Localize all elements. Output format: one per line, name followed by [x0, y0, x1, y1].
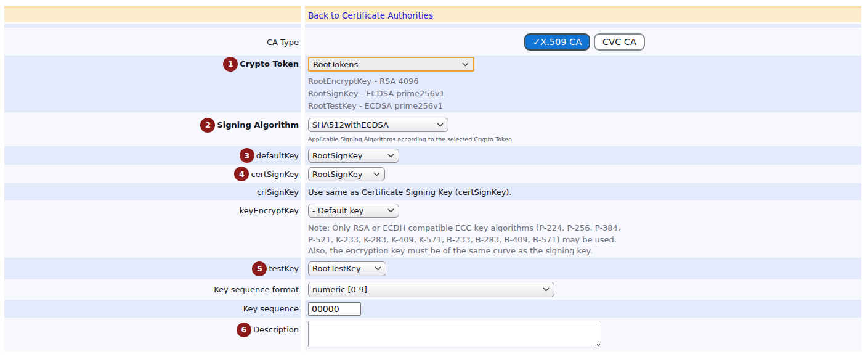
chevron-down-icon	[387, 154, 394, 158]
ca-type-label: CA Type	[267, 38, 299, 47]
key-encrypt-key-note: Note: Only RSA or ECDH compatible ECC ke…	[308, 223, 620, 257]
ca-edit-form: Back to Certificate Authorities CA Type …	[4, 6, 861, 352]
signing-algorithm-select[interactable]: SHA512withECDSA	[308, 118, 448, 132]
description-textarea[interactable]	[308, 321, 601, 347]
key-sequence-format-label: Key sequence format	[214, 285, 299, 294]
default-key-label: defaultKey	[256, 151, 299, 160]
signing-algorithm-note: Applicable Signing Algorithms according …	[308, 136, 512, 142]
spacer-row	[4, 24, 861, 28]
test-key-select[interactable]: RootTestKey	[308, 261, 386, 276]
row-description: 6 Description	[4, 318, 861, 352]
step-badge-3: 3	[240, 148, 254, 163]
row-cert-sign-key: 4 certSignKey RootSignKey	[4, 165, 861, 183]
row-crypto-token: 1 Crypto Token RootTokens RootEncryptKey…	[4, 56, 861, 112]
key-list-item: RootTestKey - ECDSA prime256v1	[308, 100, 445, 112]
key-sequence-input[interactable]	[308, 302, 361, 316]
crypto-token-select[interactable]: RootTokens	[308, 57, 474, 72]
header-right-cell: Back to Certificate Authorities	[305, 6, 861, 22]
default-key-select[interactable]: RootSignKey	[308, 149, 399, 163]
step-badge-2: 2	[200, 118, 215, 133]
crypto-token-label: Crypto Token	[240, 57, 299, 72]
crypto-token-key-list: RootEncryptKey - RSA 4096 RootSignKey - …	[308, 75, 445, 112]
key-list-item: RootEncryptKey - RSA 4096	[308, 75, 445, 88]
chevron-down-icon	[373, 172, 380, 176]
crl-sign-key-label: crlSignKey	[257, 187, 299, 197]
step-badge-1: 1	[223, 57, 238, 72]
chevron-down-icon	[375, 266, 381, 271]
key-list-item: RootSignKey - ECDSA prime256v1	[308, 88, 445, 100]
x509-ca-button[interactable]: ✓X.509 CA	[524, 33, 590, 51]
key-encrypt-key-select[interactable]: - Default key	[308, 204, 399, 218]
chevron-down-icon	[387, 208, 394, 213]
key-sequence-format-select[interactable]: numeric [0-9]	[308, 282, 554, 297]
cvc-ca-button[interactable]: CVC CA	[594, 33, 645, 51]
row-ca-type: CA Type ✓X.509 CA CVC CA	[4, 28, 861, 56]
chevron-down-icon	[437, 123, 444, 127]
chevron-down-icon	[462, 62, 469, 67]
row-key-sequence-format: Key sequence format numeric [0-9]	[4, 279, 861, 300]
step-badge-5: 5	[252, 261, 267, 276]
header-left-cell	[4, 6, 301, 22]
row-key-encrypt-key: keyEncryptKey - Default key Note: Only R…	[4, 200, 861, 258]
row-test-key: 5 testKey RootTestKey	[4, 258, 861, 279]
row-crl-sign-key: crlSignKey Use same as Certificate Signi…	[4, 183, 861, 200]
test-key-label: testKey	[269, 264, 299, 273]
crl-sign-key-text: Use same as Certificate Signing Key (cer…	[308, 187, 512, 197]
cert-sign-key-label: certSignKey	[251, 170, 299, 179]
header-row: Back to Certificate Authorities	[4, 6, 861, 22]
step-badge-6: 6	[237, 323, 251, 337]
cert-sign-key-select[interactable]: RootSignKey	[308, 167, 385, 181]
row-key-sequence: Key sequence	[4, 300, 861, 318]
step-badge-4: 4	[234, 167, 249, 181]
key-sequence-label: Key sequence	[243, 304, 299, 313]
chevron-down-icon	[543, 287, 550, 292]
row-signing-algorithm: 2 Signing Algorithm SHA512withECDSA Appl…	[4, 112, 861, 146]
row-default-key: 3 defaultKey RootSignKey	[4, 146, 861, 165]
key-encrypt-key-label: keyEncryptKey	[240, 204, 299, 218]
back-to-certificate-authorities-link[interactable]: Back to Certificate Authorities	[308, 10, 433, 20]
column-gutter	[301, 6, 305, 22]
ca-type-label-cell: CA Type	[4, 28, 301, 56]
description-label: Description	[253, 323, 299, 337]
signing-algorithm-label: Signing Algorithm	[217, 118, 299, 133]
